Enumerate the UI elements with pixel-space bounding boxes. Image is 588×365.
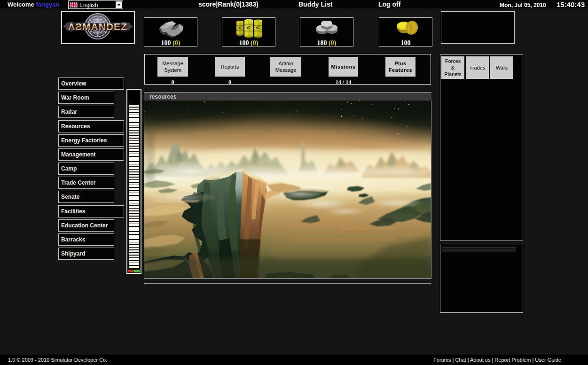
svg-text:ΛƧMANDEZ: ΛƧMANDEZ	[68, 21, 127, 32]
